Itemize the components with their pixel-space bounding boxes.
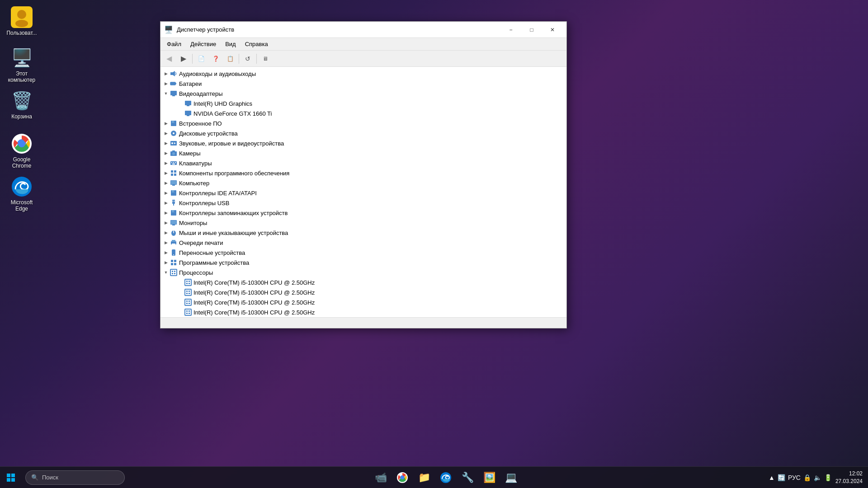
tree-item-cpu3[interactable]: Intel(R) Core(TM) i5-10300H CPU @ 2.50GH… (160, 297, 566, 307)
svg-rect-72 (189, 300, 190, 302)
toolbar-props[interactable]: 📋 (223, 52, 237, 65)
tree-item-software-dev[interactable]: Программные устройства (160, 258, 566, 267)
tree-item-audio[interactable]: Аудиовходы и аудиовыходы (160, 69, 566, 79)
menu-action[interactable]: Действие (186, 40, 221, 48)
start-button[interactable] (0, 467, 22, 488)
tree-item-video[interactable]: Видеоадаптеры (160, 89, 566, 99)
svg-rect-67 (189, 291, 190, 292)
tree-item-keyboard[interactable]: Клавиатуры (160, 158, 566, 168)
svg-rect-35 (174, 191, 175, 192)
tree-item-cpu2[interactable]: Intel(R) Core(TM) i5-10300H CPU @ 2.50GH… (160, 287, 566, 297)
expand-arrow-portable[interactable] (162, 249, 170, 256)
svg-rect-54 (174, 263, 176, 265)
expand-arrow-cpu1[interactable] (177, 279, 184, 286)
menu-view[interactable]: Вид (221, 40, 241, 48)
expand-arrow-cpu3[interactable] (177, 299, 184, 306)
svg-rect-26 (171, 170, 173, 173)
tree-item-intel-uhd[interactable]: Intel(R) UHD Graphics (160, 99, 566, 108)
tree-item-monitors[interactable]: Мониторы (160, 218, 566, 228)
toolbar-open[interactable]: 📄 (194, 52, 208, 65)
taskbar-photo[interactable]: 🖼️ (479, 468, 499, 488)
device-icon-cpu3 (184, 298, 192, 306)
expand-arrow-keyboard[interactable] (162, 160, 170, 167)
svg-rect-9 (187, 115, 189, 116)
window-title: Диспетчер устройств (177, 26, 500, 33)
desktop-icon-trash[interactable]: 🗑️ Корзина (4, 88, 40, 122)
svg-rect-57 (174, 271, 175, 272)
expand-arrow-sound[interactable] (162, 140, 170, 147)
toolbar-help[interactable]: ❓ (209, 52, 222, 65)
expand-arrow-builtin[interactable] (162, 120, 170, 127)
taskbar-meet[interactable]: 📹 (371, 468, 391, 488)
expand-arrow-disk[interactable] (162, 130, 170, 137)
tree-item-ide[interactable]: Контроллеры IDE ATA/ATAPI (160, 188, 566, 198)
svg-rect-79 (189, 313, 190, 314)
expand-arrow-ide[interactable] (162, 189, 170, 197)
expand-arrow-software-comp[interactable] (162, 169, 170, 177)
tree-item-disk[interactable]: Дисковые устройства (160, 128, 566, 138)
expand-arrow-video[interactable] (162, 90, 170, 97)
taskbar-edge[interactable] (436, 468, 456, 488)
svg-rect-29 (174, 174, 176, 176)
tree-item-cpu1[interactable]: Intel(R) Core(TM) i5-10300H CPU @ 2.50GH… (160, 277, 566, 287)
expand-arrow-battery[interactable] (162, 80, 170, 87)
taskbar-tools[interactable]: 🔧 (458, 468, 477, 488)
taskbar-app7[interactable]: 💻 (501, 468, 521, 488)
menu-file[interactable]: Файл (162, 40, 186, 48)
tree-item-computer[interactable]: Компьютер (160, 178, 566, 188)
toolbar-forward[interactable]: ▶ (177, 52, 190, 65)
clock[interactable]: 12:02 27.03.2024 (835, 470, 863, 485)
expand-arrow-software-dev[interactable] (162, 259, 170, 266)
tree-item-portable[interactable]: Переносные устройства (160, 248, 566, 258)
maximize-button[interactable]: □ (521, 22, 542, 38)
tree-item-cpu4[interactable]: Intel(R) Core(TM) i5-10300H CPU @ 2.50GH… (160, 307, 566, 317)
device-icon-cpu1 (184, 278, 192, 286)
expand-arrow-nvidia[interactable] (177, 110, 184, 117)
expand-arrow-intel-uhd[interactable] (177, 100, 184, 107)
minimize-button[interactable]: − (500, 22, 521, 38)
tree-item-mouse[interactable]: Мыши и иные указывающие устройства (160, 228, 566, 238)
tree-item-print-queue[interactable]: Очереди печати (160, 238, 566, 248)
svg-rect-115 (7, 474, 10, 477)
toolbar-update[interactable]: ↺ (241, 52, 255, 65)
tree-item-software-comp[interactable]: Компоненты программного обеспечения (160, 168, 566, 178)
svg-point-109 (17, 10, 26, 19)
taskbar-search-box[interactable]: 🔍 Поиск (25, 470, 125, 485)
desktop-icon-chrome[interactable]: Google Chrome (4, 131, 40, 171)
taskbar-explorer[interactable]: 📁 (414, 468, 434, 488)
menu-help[interactable]: Справка (241, 40, 273, 48)
device-icon-disk (170, 129, 178, 137)
expand-arrow-cpu2[interactable] (177, 289, 184, 296)
language-indicator[interactable]: РУС (788, 474, 801, 481)
tree-item-usb[interactable]: Контроллеры USB (160, 198, 566, 208)
expand-arrow-print-queue[interactable] (162, 239, 170, 246)
expand-arrow-audio[interactable] (162, 70, 170, 77)
expand-arrow-monitors[interactable] (162, 219, 170, 226)
toolbar-back[interactable]: ◀ (162, 52, 176, 65)
expand-arrow-camera[interactable] (162, 150, 170, 157)
tree-item-camera[interactable]: Камеры (160, 148, 566, 158)
expand-arrow-computer[interactable] (162, 179, 170, 187)
tree-item-battery[interactable]: Батареи (160, 79, 566, 89)
expand-arrow-mouse[interactable] (162, 229, 170, 236)
chevron-up-icon[interactable]: ▲ (769, 474, 775, 481)
tree-item-sound[interactable]: Звуковые, игровые и видеоустройства (160, 138, 566, 148)
expand-arrow-usb[interactable] (162, 199, 170, 206)
tree-item-nvidia[interactable]: NVIDIA GeForce GTX 1660 Ti (160, 108, 566, 118)
tree-item-cpu[interactable]: Процессоры (160, 267, 566, 277)
taskbar-chrome[interactable] (392, 468, 412, 488)
tree-item-builtin[interactable]: Встроенное ПО (160, 118, 566, 128)
close-button[interactable]: ✕ (542, 22, 563, 38)
expand-arrow-cpu4[interactable] (177, 309, 184, 316)
desktop-icon-user[interactable]: Пользоват... (4, 5, 40, 38)
expand-arrow-storage-ctrl[interactable] (162, 209, 170, 216)
volume-icon[interactable]: 🔈 (814, 474, 821, 481)
device-icon-nvidia (184, 109, 192, 117)
device-tree[interactable]: Аудиовходы и аудиовыходыБатареиВидеоадап… (160, 67, 566, 317)
desktop-icon-edge[interactable]: Microsoft Edge (4, 174, 40, 214)
desktop-icon-computer[interactable]: 🖥️ Этот компьютер (4, 45, 40, 85)
expand-arrow-cpu[interactable] (162, 269, 170, 276)
toolbar-monitor[interactable]: 🖥 (259, 52, 272, 65)
tree-item-storage-ctrl[interactable]: Контроллеры запоминающих устройств (160, 208, 566, 218)
svg-rect-116 (11, 474, 15, 477)
